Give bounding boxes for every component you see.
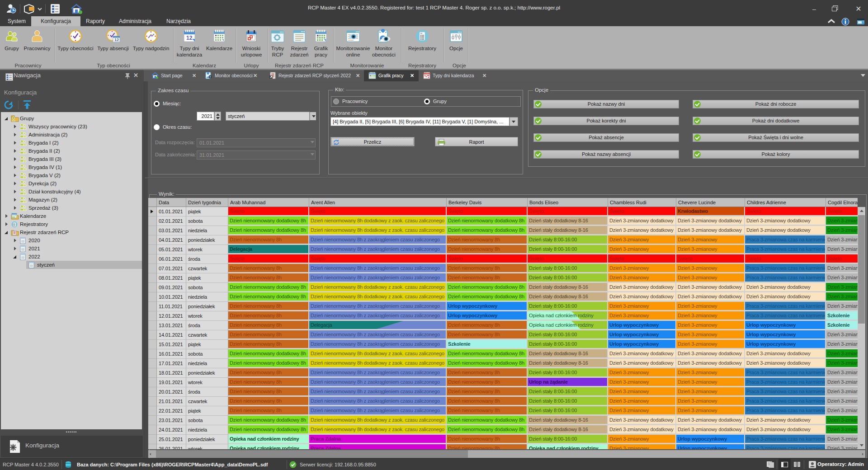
svg-text:12: 12 xyxy=(114,38,119,42)
svg-text:12: 12 xyxy=(186,35,193,41)
